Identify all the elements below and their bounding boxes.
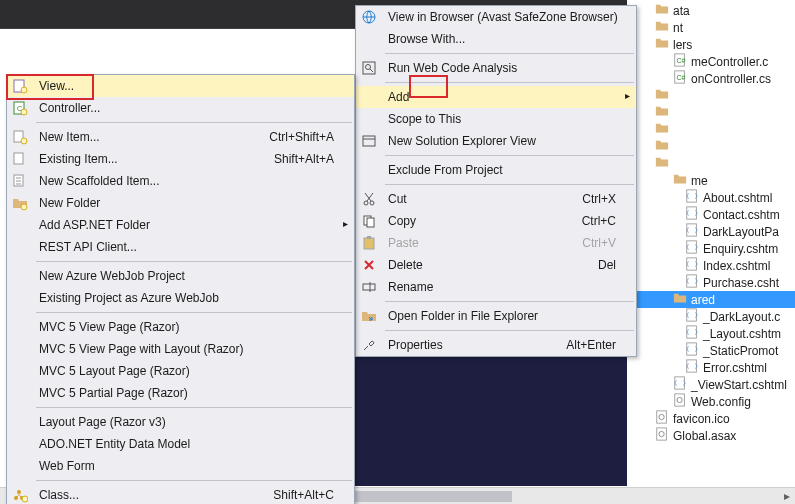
svg-rect-14 (675, 377, 685, 389)
analysis-icon (361, 60, 377, 76)
menu-item-ado-net-entity-data-model[interactable]: ADO.NET Entity Data Model (7, 433, 354, 455)
explorer-item[interactable]: lers (627, 36, 795, 53)
menu-item-add[interactable]: Add▸ (356, 86, 636, 108)
class-icon (12, 487, 28, 503)
svg-rect-8 (687, 258, 697, 270)
menu-item-label: Class... (39, 488, 249, 502)
menu-item-copy[interactable]: CopyCtrl+C (356, 210, 636, 232)
explorer-item[interactable] (627, 104, 795, 121)
menu-item-exclude-from-project[interactable]: Exclude From Project (356, 159, 636, 181)
folder-icon (673, 291, 687, 308)
explorer-item[interactable]: _ViewStart.cshtml (627, 376, 795, 393)
menu-item-cut[interactable]: CutCtrl+X (356, 188, 636, 210)
menu-item-shortcut: Del (598, 258, 616, 272)
explorer-item-label: _Layout.cshtm (703, 327, 781, 341)
menu-item-shortcut: Ctrl+C (582, 214, 616, 228)
explorer-item[interactable] (627, 138, 795, 155)
explorer-item[interactable]: _Layout.cshtm (627, 325, 795, 342)
folder-icon (655, 155, 669, 172)
scaffold-icon (12, 173, 28, 189)
menu-item-new-item[interactable]: New Item...Ctrl+Shift+A (7, 126, 354, 148)
explorer-item[interactable]: nt (627, 19, 795, 36)
menu-item-existing-item[interactable]: Existing Item...Shift+Alt+A (7, 148, 354, 170)
explorer-item-label: Purchase.csht (703, 276, 779, 290)
svg-rect-4 (687, 190, 697, 202)
scroll-right-button[interactable]: ▸ (778, 488, 795, 505)
menu-item-mvc-5-partial-page-razor[interactable]: MVC 5 Partial Page (Razor) (7, 382, 354, 404)
menu-item-browse-with[interactable]: Browse With... (356, 28, 636, 50)
rename-icon (361, 279, 377, 295)
menu-item-view-in-browser-avast-safezone-browser[interactable]: View in Browser (Avast SafeZone Browser) (356, 6, 636, 28)
explorer-item[interactable] (627, 155, 795, 172)
explorer-item-label: ared (691, 293, 715, 307)
menu-item-label: ADO.NET Entity Data Model (39, 437, 334, 451)
explorer-item[interactable]: Purchase.csht (627, 274, 795, 291)
menu-item-run-web-code-analysis[interactable]: Run Web Code Analysis (356, 57, 636, 79)
svg-rect-22 (363, 62, 375, 74)
menu-item-label: Web Form (39, 459, 334, 473)
explorer-item[interactable] (627, 121, 795, 138)
newfolder-icon (12, 195, 28, 211)
explorer-item[interactable]: Enquiry.cshtm (627, 240, 795, 257)
svg-rect-11 (687, 326, 697, 338)
explorer-item[interactable]: Index.cshtml (627, 257, 795, 274)
menu-item-existing-project-as-azure-webjob[interactable]: Existing Project as Azure WebJob (7, 287, 354, 309)
explorer-item[interactable]: Web.config (627, 393, 795, 410)
explorer-item[interactable]: C#onController.cs (627, 70, 795, 87)
explorer-item[interactable]: Error.cshtml (627, 359, 795, 376)
explorer-item-label: Web.config (691, 395, 751, 409)
context-menu: View in Browser (Avast SafeZone Browser)… (355, 5, 637, 357)
properties-icon (361, 337, 377, 353)
menu-item-mvc-5-view-page-with-layout-razor[interactable]: MVC 5 View Page with Layout (Razor) (7, 338, 354, 360)
menu-item-scope-to-this[interactable]: Scope to This (356, 108, 636, 130)
explorer-item[interactable]: ared (627, 291, 795, 308)
explorer-item[interactable] (627, 87, 795, 104)
menu-item-web-form[interactable]: Web Form (7, 455, 354, 477)
menu-item-label: New Solution Explorer View (388, 134, 616, 148)
folder-icon (655, 36, 669, 53)
html-icon (685, 342, 699, 359)
explorer-item[interactable]: favicon.ico (627, 410, 795, 427)
menu-item-controller[interactable]: CController... (7, 97, 354, 119)
explorer-item[interactable]: Global.asax (627, 427, 795, 444)
menu-item-label: REST API Client... (39, 240, 334, 254)
menu-item-label: Add ASP.NET Folder (39, 218, 334, 232)
menu-item-delete[interactable]: DeleteDel (356, 254, 636, 276)
explorer-item[interactable]: Contact.cshtm (627, 206, 795, 223)
svg-rect-10 (687, 309, 697, 321)
explorer-item[interactable]: DarkLayoutPa (627, 223, 795, 240)
explorer-item[interactable]: _DarkLayout.c (627, 308, 795, 325)
menu-item-layout-page-razor-v3[interactable]: Layout Page (Razor v3) (7, 411, 354, 433)
explorer-item[interactable]: About.cshtml (627, 189, 795, 206)
html-icon (685, 308, 699, 325)
svg-point-48 (22, 496, 28, 502)
openfolder-icon (361, 308, 377, 324)
svg-rect-42 (14, 153, 23, 164)
menu-item-mvc-5-view-page-razor[interactable]: MVC 5 View Page (Razor) (7, 316, 354, 338)
explorer-item[interactable]: C#meController.c (627, 53, 795, 70)
menu-item-rest-api-client[interactable]: REST API Client... (7, 236, 354, 258)
menu-item-new-scaffolded-item[interactable]: New Scaffolded Item... (7, 170, 354, 192)
explorer-item[interactable]: me (627, 172, 795, 189)
menu-item-view[interactable]: View... (7, 75, 354, 97)
html-icon (685, 257, 699, 274)
menu-item-add-asp-net-folder[interactable]: Add ASP.NET Folder▸ (7, 214, 354, 236)
svg-rect-9 (687, 275, 697, 287)
menu-item-rename[interactable]: Rename (356, 276, 636, 298)
explorer-item[interactable]: ata (627, 2, 795, 19)
menu-item-label: Controller... (39, 101, 334, 115)
svg-rect-7 (687, 241, 697, 253)
menu-item-properties[interactable]: PropertiesAlt+Enter (356, 334, 636, 356)
explorer-item-label: About.cshtml (703, 191, 772, 205)
svg-point-39 (21, 109, 27, 115)
menu-item-new-solution-explorer-view[interactable]: New Solution Explorer View (356, 130, 636, 152)
explorer-item-label: nt (673, 21, 683, 35)
svg-line-24 (370, 69, 373, 72)
menu-item-open-folder-in-file-explorer[interactable]: Open Folder in File Explorer (356, 305, 636, 327)
menu-item-new-azure-webjob-project[interactable]: New Azure WebJob Project (7, 265, 354, 287)
folder-icon (673, 172, 687, 189)
menu-item-new-folder[interactable]: New Folder (7, 192, 354, 214)
explorer-item[interactable]: _StaticPromot (627, 342, 795, 359)
menu-item-mvc-5-layout-page-razor[interactable]: MVC 5 Layout Page (Razor) (7, 360, 354, 382)
menu-item-class[interactable]: Class...Shift+Alt+C (7, 484, 354, 504)
